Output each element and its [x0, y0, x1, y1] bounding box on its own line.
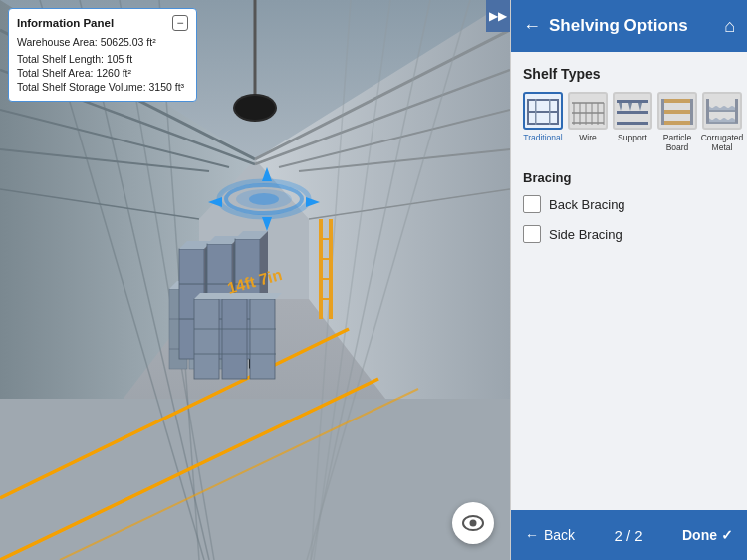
svg-rect-102	[706, 99, 709, 123]
3d-viewport: 14ft 7in Information Panel − Warehouse A…	[0, 0, 510, 560]
svg-rect-90	[617, 111, 648, 114]
svg-point-72	[470, 520, 477, 527]
side-bracing-label: Side Bracing	[549, 227, 622, 242]
svg-rect-50	[194, 299, 219, 379]
info-panel-header: Information Panel −	[17, 15, 188, 31]
footer-back-icon: ←	[525, 527, 539, 543]
svg-rect-103	[735, 99, 738, 123]
shelf-type-wire[interactable]: Wire	[568, 92, 608, 152]
svg-rect-73	[527, 123, 559, 125]
footer-back-label: Back	[544, 527, 575, 543]
panel-header: ← Shelving Options ⌂	[511, 0, 747, 52]
info-panel: Information Panel − Warehouse Area: 5062…	[8, 8, 197, 102]
side-bracing-checkbox[interactable]	[523, 225, 541, 243]
shelf-type-traditional[interactable]: Traditional	[523, 92, 563, 152]
bracing-section: Bracing Back Bracing Side Bracing	[523, 170, 735, 243]
eye-icon	[462, 515, 484, 531]
svg-point-70	[249, 193, 279, 205]
shelf-type-label-traditional: Traditional	[523, 133, 562, 142]
svg-point-25	[235, 96, 275, 120]
shelf-type-thumb-support	[613, 92, 652, 130]
warehouse-area-row: Warehouse Area: 50625.03 ft²	[17, 36, 188, 48]
info-panel-title: Information Panel	[17, 17, 114, 29]
svg-rect-89	[617, 122, 648, 125]
shelf-types-grid: Traditional W	[523, 92, 735, 152]
svg-rect-51	[222, 299, 247, 379]
panel-footer: ← Back 2 / 2 Done ✓	[511, 510, 747, 560]
shelf-type-label-particle-board: Particle Board	[657, 133, 697, 152]
shelf-volume-row: Total Shelf Storage Volume: 3150 ft³	[17, 81, 188, 93]
svg-rect-75	[527, 99, 559, 101]
svg-rect-96	[661, 110, 693, 114]
footer-back-button[interactable]: ← Back	[525, 527, 575, 543]
back-bracing-checkbox[interactable]	[523, 195, 541, 213]
header-back-icon[interactable]: ←	[523, 16, 541, 37]
svg-marker-67	[262, 217, 272, 231]
bracing-section-title: Bracing	[523, 170, 735, 185]
footer-done-icon: ✓	[721, 527, 733, 543]
shelf-type-corrugated-metal[interactable]: Corrugated Metal	[702, 92, 742, 152]
svg-marker-93	[628, 103, 632, 111]
shelf-area-row: Total Shelf Area: 1260 ft²	[17, 67, 188, 79]
svg-marker-94	[638, 103, 642, 111]
panel-content: Shelf Types Traditional	[511, 52, 747, 510]
shelf-type-label-corrugated-metal: Corrugated Metal	[701, 133, 744, 152]
shelf-type-particle-board[interactable]: Particle Board	[657, 92, 697, 152]
shelf-type-label-support: Support	[618, 133, 647, 142]
shelf-type-label-wire: Wire	[579, 133, 596, 142]
svg-rect-78	[535, 99, 537, 125]
svg-rect-95	[661, 121, 693, 125]
panel-header-title: Shelving Options	[549, 16, 716, 36]
shelf-type-thumb-wire	[568, 92, 608, 130]
svg-rect-97	[661, 99, 693, 103]
back-bracing-checkbox-row[interactable]: Back Bracing	[523, 195, 735, 213]
svg-rect-99	[690, 99, 693, 125]
shelf-type-thumb-particle-board	[657, 92, 697, 130]
svg-rect-74	[527, 111, 559, 113]
eye-visibility-button[interactable]	[452, 502, 494, 544]
side-bracing-checkbox-row[interactable]: Side Bracing	[523, 225, 735, 243]
svg-rect-98	[661, 99, 664, 125]
svg-rect-56	[319, 219, 323, 319]
shelf-type-support[interactable]: Support	[613, 92, 652, 152]
svg-rect-91	[617, 100, 648, 103]
footer-done-button[interactable]: Done ✓	[682, 527, 733, 543]
svg-rect-52	[250, 299, 275, 379]
shelf-type-thumb-corrugated-metal	[702, 92, 742, 130]
shelving-options-panel: ← Shelving Options ⌂ Shelf Types	[510, 0, 747, 560]
back-bracing-label: Back Bracing	[549, 197, 625, 212]
shelf-type-thumb-traditional	[523, 92, 563, 130]
expand-icon: ▶▶	[489, 9, 507, 23]
header-home-icon[interactable]: ⌂	[724, 16, 735, 37]
svg-rect-77	[557, 99, 559, 125]
expand-panel-button[interactable]: ▶▶	[486, 0, 510, 32]
shelf-types-section-title: Shelf Types	[523, 66, 735, 82]
info-panel-minimize-button[interactable]: −	[172, 15, 188, 31]
svg-rect-4	[0, 399, 510, 560]
shelf-length-row: Total Shelf Length: 105 ft	[17, 53, 188, 65]
svg-marker-92	[619, 103, 622, 111]
footer-done-label: Done	[682, 527, 717, 543]
svg-rect-57	[329, 219, 333, 319]
footer-page-indicator: 2 / 2	[614, 527, 642, 544]
svg-rect-79	[549, 99, 551, 125]
svg-rect-76	[527, 99, 529, 125]
